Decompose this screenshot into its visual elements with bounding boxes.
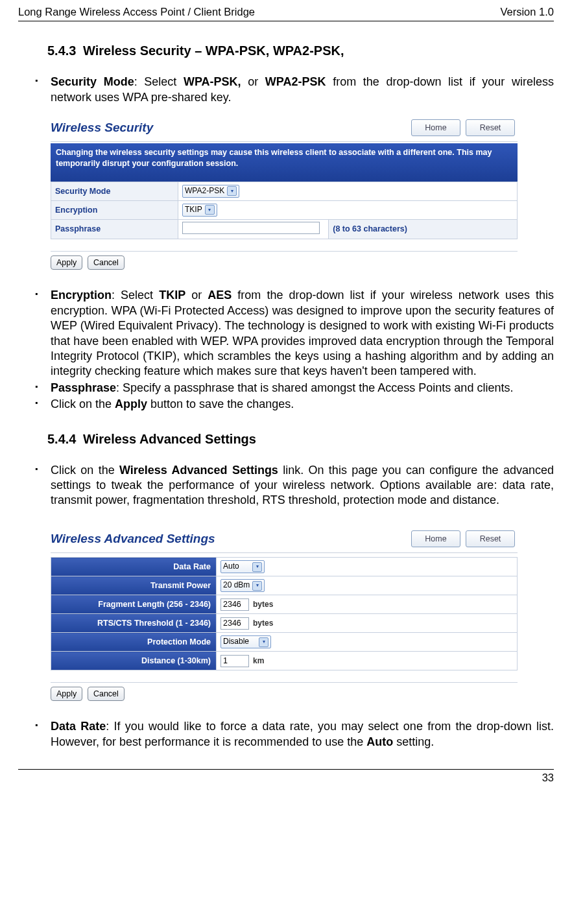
screenshot-wireless-security: Wireless Security Home Reset Changing th… <box>51 117 518 270</box>
label-rts-threshold: RTS/CTS Threshold (1 - 2346) <box>51 614 217 633</box>
section-heading-544: 5.4.4Wireless Advanced Settings <box>47 431 554 447</box>
home-button[interactable]: Home <box>411 119 460 136</box>
transmit-power-select[interactable]: 20 dBm▾ <box>220 579 265 592</box>
distance-input[interactable]: 1 <box>220 655 249 667</box>
label-passphrase: Passphrase <box>51 219 178 239</box>
section-heading-543: 5.4.3Wireless Security – WPA-PSK, WPA2-P… <box>47 42 554 59</box>
cancel-button[interactable]: Cancel <box>88 687 125 701</box>
bullet-security-mode: Security Mode: Select WPA-PSK, or WPA2-P… <box>35 75 554 105</box>
chevron-down-icon: ▾ <box>227 186 237 196</box>
panel-title: Wireless Security <box>51 120 153 136</box>
encryption-select[interactable]: TKIP▾ <box>182 204 217 217</box>
fragment-length-input[interactable]: 2346 <box>220 598 249 611</box>
passphrase-input[interactable] <box>182 222 320 234</box>
label-transmit-power: Transmit Power <box>51 576 217 595</box>
data-rate-select[interactable]: Auto▾ <box>220 560 265 573</box>
chevron-down-icon: ▾ <box>252 581 262 591</box>
label-encryption: Encryption <box>51 200 178 219</box>
page-header: Long Range Wireless Access Point / Clien… <box>18 5 554 21</box>
chevron-down-icon: ▾ <box>252 562 262 572</box>
page-footer: 33 <box>18 769 554 785</box>
doc-title: Long Range Wireless Access Point / Clien… <box>18 5 255 19</box>
apply-button[interactable]: Apply <box>51 687 82 701</box>
home-button[interactable]: Home <box>411 530 460 547</box>
bullet-data-rate: Data Rate: If you would like to force a … <box>35 719 554 750</box>
reset-button[interactable]: Reset <box>466 119 515 136</box>
warning-banner: Changing the wireless security settings … <box>51 143 518 182</box>
label-fragment-length: Fragment Length (256 - 2346) <box>51 595 217 614</box>
unit-bytes: bytes <box>253 619 273 628</box>
reset-button[interactable]: Reset <box>466 530 515 547</box>
chevron-down-icon: ▾ <box>259 637 268 647</box>
cancel-button[interactable]: Cancel <box>88 255 125 270</box>
unit-km: km <box>253 656 264 665</box>
protection-mode-select[interactable]: Disable▾ <box>220 635 271 648</box>
label-data-rate: Data Rate <box>51 558 217 576</box>
passphrase-hint: (8 to 63 characters) <box>329 219 518 239</box>
label-distance: Distance (1-30km) <box>51 652 217 670</box>
label-security-mode: Security Mode <box>51 182 178 200</box>
chevron-down-icon: ▾ <box>205 205 215 215</box>
apply-button[interactable]: Apply <box>51 255 82 270</box>
rts-threshold-input[interactable]: 2346 <box>220 617 249 630</box>
doc-version: Version 1.0 <box>500 5 554 19</box>
unit-bytes: bytes <box>253 600 273 609</box>
panel-title: Wireless Advanced Settings <box>51 531 215 547</box>
page-number: 33 <box>542 772 554 783</box>
label-protection-mode: Protection Mode <box>51 633 217 652</box>
screenshot-wireless-advanced: Wireless Advanced Settings Home Reset Da… <box>51 528 518 702</box>
bullet-passphrase: Passphrase: Specify a passphrase that is… <box>35 381 554 396</box>
bullet-apply: Click on the Apply button to save the ch… <box>35 397 554 412</box>
bullet-advanced-link: Click on the Wireless Advanced Settings … <box>35 463 554 508</box>
security-mode-select[interactable]: WPA2-PSK▾ <box>182 185 239 198</box>
bullet-encryption: Encryption: Select TKIP or AES from the … <box>35 288 554 379</box>
